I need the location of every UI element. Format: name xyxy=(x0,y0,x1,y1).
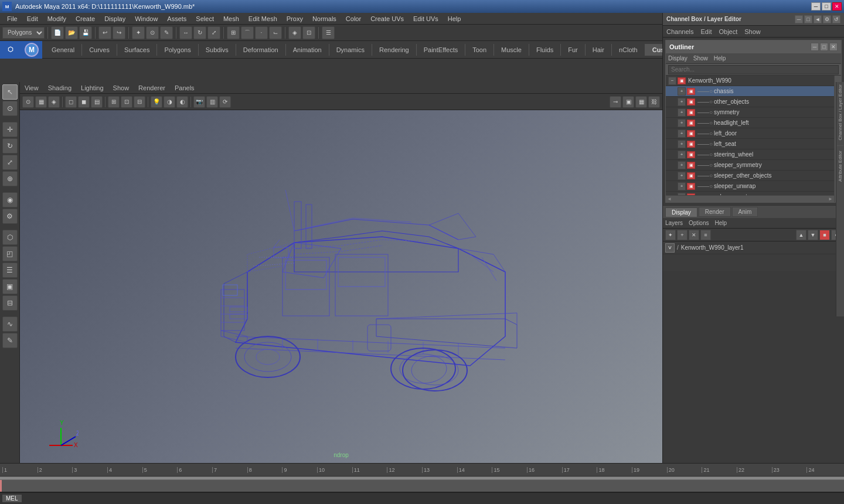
module-tab-fluids[interactable]: Fluids xyxy=(529,44,561,56)
frame-all-btn[interactable]: ⊡ xyxy=(121,96,132,108)
expand-placeholder[interactable]: + xyxy=(678,87,686,96)
select-tool-button[interactable]: ✦ xyxy=(132,26,145,39)
module-tab-muscle[interactable]: Muscle xyxy=(494,44,529,56)
sync-btn[interactable]: ⟳ xyxy=(219,96,231,108)
camera-selector[interactable]: ⊙ xyxy=(22,96,34,108)
redo-button[interactable]: ↪ xyxy=(113,26,125,39)
menu-item-edituvs[interactable]: Edit UVs xyxy=(409,14,443,23)
module-tab-animation[interactable]: Animation xyxy=(286,44,329,56)
outliner-item[interactable]: +▣——○steering_wheel xyxy=(666,149,841,160)
module-tab-curves[interactable]: Curves xyxy=(82,44,117,56)
layer-options-button[interactable]: ≡ xyxy=(700,230,711,240)
menu-item-normals[interactable]: Normals xyxy=(308,14,341,23)
channel-tab-edit[interactable]: Edit xyxy=(700,28,712,35)
viewport-menu-show[interactable]: Show xyxy=(113,84,130,91)
viewport-menu-renderer[interactable]: Renderer xyxy=(138,84,165,91)
module-tab-polygons[interactable]: Polygons xyxy=(157,44,198,56)
outliner-menu-help[interactable]: Help xyxy=(714,55,726,62)
module-tab-subdivs[interactable]: Subdivs xyxy=(199,44,236,56)
menu-item-modify[interactable]: Modify xyxy=(43,14,71,23)
menu-item-assets[interactable]: Assets xyxy=(162,14,191,23)
layer-tab-display[interactable]: Display xyxy=(665,207,697,217)
grid-btn[interactable]: ⊞ xyxy=(108,96,120,108)
outliner-search-input[interactable] xyxy=(668,65,839,74)
smooth-shade-btn[interactable]: ◼ xyxy=(78,96,90,108)
outliner-maximize[interactable]: □ xyxy=(820,43,828,51)
soft-select-tool[interactable]: ◉ xyxy=(2,192,18,207)
frame-selected-btn[interactable]: ⊟ xyxy=(134,96,145,108)
outliner-item[interactable]: +▣——○sleeper_other_objects xyxy=(666,171,841,181)
layout-btn[interactable]: ▥ xyxy=(206,96,218,108)
channel-box-float[interactable]: □ xyxy=(804,15,812,23)
menu-item-edit[interactable]: Edit xyxy=(22,14,43,23)
module-tab-general[interactable]: General xyxy=(45,44,82,56)
new-layer-button[interactable]: + xyxy=(677,230,688,240)
layer-up-button[interactable]: ▲ xyxy=(796,230,806,240)
move-tool[interactable]: ✛ xyxy=(2,122,18,137)
layer-down-button[interactable]: ▼ xyxy=(808,230,818,240)
module-tab-painteffects[interactable]: PaintEffects xyxy=(417,44,466,56)
module-tab-fur[interactable]: Fur xyxy=(561,44,586,56)
move-button[interactable]: ↔ xyxy=(179,26,192,39)
3d-canvas[interactable]: Y X Z ndrop xyxy=(20,110,662,463)
pencil-tool[interactable]: ✎ xyxy=(2,333,18,348)
new-scene-button[interactable]: 📄 xyxy=(51,26,64,39)
rotate-tool[interactable]: ↻ xyxy=(2,138,18,154)
menu-item-help[interactable]: Help xyxy=(443,14,466,23)
expand-placeholder[interactable]: + xyxy=(678,119,686,127)
expand-placeholder[interactable]: + xyxy=(678,151,686,159)
paint-scene-tool[interactable]: ⬡ xyxy=(2,230,18,245)
maya-icon-btn[interactable]: M xyxy=(21,41,42,59)
ipr-button[interactable]: ⊡ xyxy=(302,26,315,39)
show-ui-button[interactable]: ☰ xyxy=(322,26,335,39)
module-tab-surfaces[interactable]: Surfaces xyxy=(117,44,157,56)
channel-box-tab[interactable]: Channel Box / Layer Editor xyxy=(836,82,844,143)
outliner-scrollbar-h[interactable]: ◄ ► xyxy=(666,195,834,202)
module-tab-dynamics[interactable]: Dynamics xyxy=(329,44,372,56)
polygon-mode-select[interactable]: Polygons xyxy=(2,27,45,39)
viewport-menu-shading[interactable]: Shading xyxy=(48,84,72,91)
camera-icon[interactable]: 📷 xyxy=(193,96,205,108)
outliner-menu-show[interactable]: Show xyxy=(693,55,708,62)
module-tab-hair[interactable]: Hair xyxy=(586,44,612,56)
select-tool[interactable]: ↖ xyxy=(2,84,18,100)
menu-item-editmesh[interactable]: Edit Mesh xyxy=(244,14,282,23)
texture-btn[interactable]: ▤ xyxy=(91,96,103,108)
select-all-btn[interactable]: ▦ xyxy=(35,96,47,108)
isolate-btn[interactable]: ◈ xyxy=(48,96,60,108)
layer-name[interactable]: Kenworth_W990_layer1 xyxy=(681,244,842,251)
layer-tab-render[interactable]: Render xyxy=(699,207,731,217)
shadow-btn[interactable]: ◑ xyxy=(164,96,175,108)
outliner-item[interactable]: +▣——○left_door xyxy=(666,128,841,139)
channel-box-reset[interactable]: ↺ xyxy=(832,15,840,23)
layer-visibility-toggle[interactable]: V xyxy=(665,243,675,253)
menu-item-file[interactable]: File xyxy=(2,14,22,23)
outliner-item[interactable]: +▣——○headlight_left xyxy=(666,118,841,128)
expand-placeholder[interactable]: + xyxy=(678,98,686,106)
scale-tool[interactable]: ⤢ xyxy=(2,155,18,170)
menu-item-color[interactable]: Color xyxy=(341,14,366,23)
paint-button[interactable]: ✎ xyxy=(160,26,173,39)
menu-item-select[interactable]: Select xyxy=(191,14,219,23)
expand-placeholder[interactable]: + xyxy=(678,182,686,190)
lasso-tool[interactable]: ⊙ xyxy=(2,101,18,116)
snap-curve-button[interactable]: ⌒ xyxy=(241,26,254,39)
layer-tab-anim[interactable]: Anim xyxy=(732,207,758,217)
show-manipulator[interactable]: ⚙ xyxy=(2,209,18,224)
attribute-editor-tab[interactable]: Attribute Editor xyxy=(836,148,844,184)
create-layer-button[interactable]: ✦ xyxy=(665,230,676,240)
ao-btn[interactable]: ◐ xyxy=(176,96,188,108)
channel-tab-object[interactable]: Object xyxy=(719,28,737,35)
expand-placeholder[interactable]: + xyxy=(678,130,686,138)
outliner-menu-display[interactable]: Display xyxy=(668,55,688,62)
module-tab-ncloth[interactable]: nCloth xyxy=(612,44,645,56)
module-tab-toon[interactable]: Toon xyxy=(465,44,494,56)
vp-link[interactable]: ⛓ xyxy=(648,96,660,108)
minimize-button[interactable]: ─ xyxy=(811,2,821,11)
channel-box-wrench[interactable]: ⚙ xyxy=(823,15,831,23)
layer-menu-layers[interactable]: Layers xyxy=(665,220,683,226)
viewport-menu-panels[interactable]: Panels xyxy=(175,84,195,91)
outliner-item[interactable]: +▣——○symmetry xyxy=(666,107,841,118)
layer-color-button[interactable]: ■ xyxy=(819,230,830,240)
menu-item-create[interactable]: Create xyxy=(71,14,100,23)
